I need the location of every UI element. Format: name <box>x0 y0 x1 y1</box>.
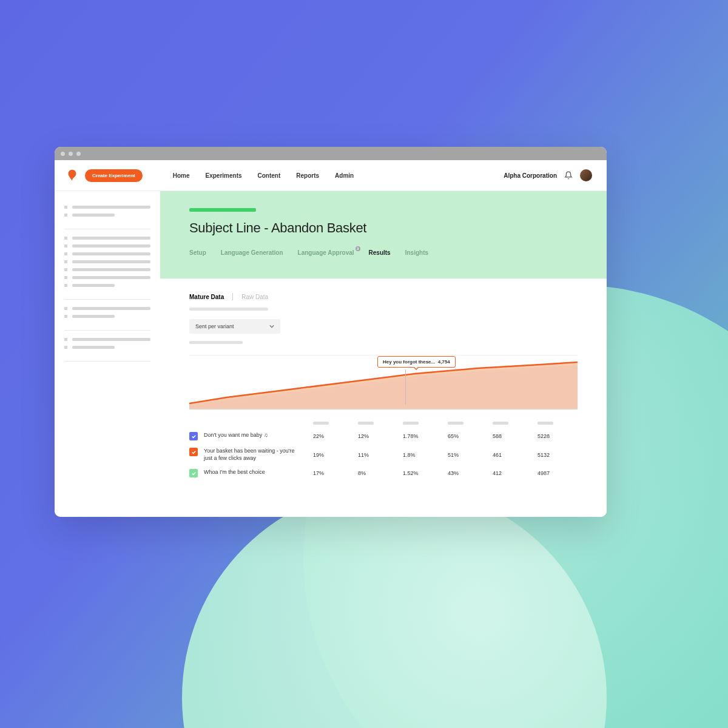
table-row: Your basket has been waiting - you're ju… <box>189 448 578 462</box>
app-logo-icon[interactable] <box>66 169 79 182</box>
subtab-setup[interactable]: Setup <box>189 249 206 256</box>
main-content: Subject Line - Abandon Basket Setup Lang… <box>160 191 607 517</box>
cell: 412 <box>493 470 535 476</box>
app-window: Create Experiment Home Experiments Conte… <box>55 147 607 517</box>
placeholder-bar <box>189 308 268 311</box>
col-header-placeholder <box>493 422 508 425</box>
top-nav: Create Experiment Home Experiments Conte… <box>55 160 607 191</box>
notification-bell-icon[interactable] <box>564 171 573 180</box>
page-hero: Subject Line - Abandon Basket Setup Lang… <box>160 191 607 278</box>
nav-content[interactable]: Content <box>258 172 281 179</box>
cell: 51% <box>448 452 490 458</box>
sidebar-placeholder-row <box>64 252 150 255</box>
sidebar-placeholder-row <box>64 346 150 349</box>
cell: 588 <box>493 433 535 439</box>
row-checkbox[interactable] <box>189 448 198 456</box>
cell: 65% <box>448 433 490 439</box>
corporation-label: Alpha Corporation <box>504 172 557 179</box>
user-avatar[interactable] <box>580 169 592 181</box>
table-head <box>189 422 578 425</box>
accent-bar <box>189 208 256 212</box>
subtab-insights[interactable]: Insights <box>405 249 428 256</box>
sidebar-placeholder-row <box>64 237 150 240</box>
sidebar-placeholder-row <box>64 260 150 263</box>
select-label: Sent per variant <box>195 323 234 329</box>
cell: 11% <box>358 452 400 458</box>
sidebar-placeholder-row <box>64 276 150 279</box>
window-dot-icon <box>61 152 65 156</box>
tab-raw-data[interactable]: Raw Data <box>241 294 268 300</box>
subtab-label: Language Approval <box>298 249 354 256</box>
sidebar-placeholder-row <box>64 244 150 248</box>
window-dot-icon <box>76 152 81 156</box>
area-chart: Hey you forgot these... 4,754 <box>189 355 578 410</box>
cell: 12% <box>358 433 400 439</box>
sidebar-placeholder-row <box>64 307 150 310</box>
subtab-language-approval[interactable]: Language Approval 3 <box>298 249 354 256</box>
subtab-results[interactable]: Results <box>369 249 391 256</box>
chevron-down-icon <box>269 324 274 329</box>
create-experiment-button[interactable]: Create Experiment <box>85 169 143 182</box>
sidebar-placeholder-row <box>64 268 150 271</box>
nav-links: Home Experiments Content Reports Admin <box>173 172 354 179</box>
cell: 43% <box>448 470 490 476</box>
tooltip-value: 4,754 <box>438 359 450 365</box>
sidebar-placeholder-row <box>64 206 150 209</box>
sidebar-placeholder-row <box>64 315 150 318</box>
sidebar <box>55 191 160 517</box>
chart-hover-line <box>405 369 406 405</box>
cell: 4987 <box>538 470 580 476</box>
window-titlebar <box>55 147 607 160</box>
cell: 1.52% <box>403 470 445 476</box>
tooltip-label: Hey you forgot these... <box>383 359 435 365</box>
sidebar-placeholder-row <box>64 338 150 341</box>
col-header-placeholder <box>358 422 374 425</box>
cell: 1.78% <box>403 433 445 439</box>
subtab-language-generation[interactable]: Language Generation <box>221 249 283 256</box>
row-label: Your basket has been waiting - you're ju… <box>204 448 301 462</box>
results-table: Don't you want me baby ♫ 22% 12% 1.78% 6… <box>189 422 578 477</box>
sidebar-placeholder-row <box>64 284 150 287</box>
nav-experiments[interactable]: Experiments <box>206 172 242 179</box>
data-tabs: Mature Data Raw Data <box>189 293 578 300</box>
col-header-placeholder <box>313 422 329 425</box>
cell: 1.8% <box>403 452 445 458</box>
row-label: Whoa I'm the best choice <box>204 469 265 476</box>
nav-home[interactable]: Home <box>173 172 190 179</box>
window-dot-icon <box>69 152 73 156</box>
col-header-placeholder <box>538 422 553 425</box>
cell: 8% <box>358 470 400 476</box>
subtab-badge: 3 <box>356 246 360 251</box>
chart-tooltip: Hey you forgot these... 4,754 <box>377 356 456 368</box>
placeholder-bar <box>189 341 243 344</box>
row-checkbox[interactable] <box>189 432 198 440</box>
cell: 5228 <box>538 433 580 439</box>
nav-reports[interactable]: Reports <box>296 172 319 179</box>
row-checkbox[interactable] <box>189 469 198 477</box>
subtabs: Setup Language Generation Language Appro… <box>189 249 578 256</box>
row-label: Don't you want me baby ♫ <box>204 432 268 439</box>
cell: 19% <box>313 452 356 458</box>
table-row: Whoa I'm the best choice 17% 8% 1.52% 43… <box>189 469 578 477</box>
metric-select[interactable]: Sent per variant <box>189 319 280 334</box>
sidebar-placeholder-row <box>64 214 150 217</box>
table-row: Don't you want me baby ♫ 22% 12% 1.78% 6… <box>189 432 578 440</box>
cell: 22% <box>313 433 356 439</box>
page-title: Subject Line - Abandon Basket <box>189 220 578 236</box>
tab-mature-data[interactable]: Mature Data <box>189 294 224 300</box>
cell: 461 <box>493 452 535 458</box>
col-header-placeholder <box>403 422 419 425</box>
cell: 17% <box>313 470 356 476</box>
tab-separator <box>232 293 233 300</box>
cell: 5132 <box>538 452 580 458</box>
nav-admin[interactable]: Admin <box>335 172 354 179</box>
col-header-placeholder <box>448 422 463 425</box>
